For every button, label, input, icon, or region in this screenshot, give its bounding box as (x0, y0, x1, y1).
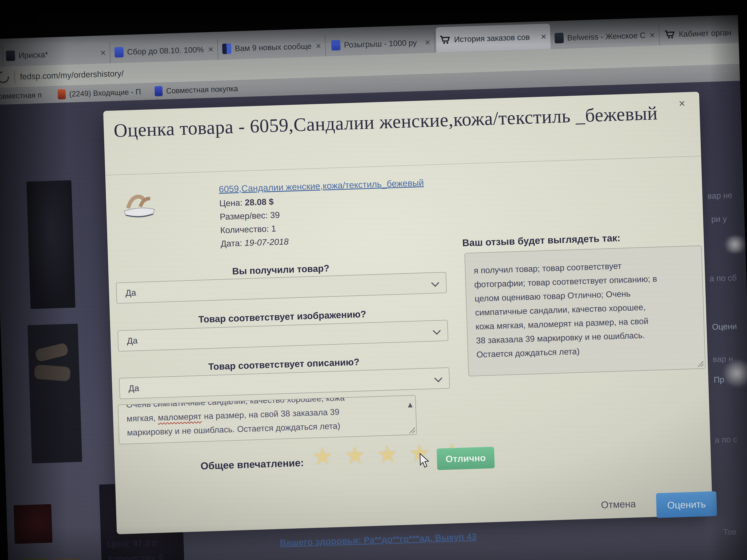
tab-rozygrysh[interactable]: Розыгрыш - 1000 ру × (328, 31, 435, 56)
tab-label: Розыгрыш - 1000 ру (344, 38, 420, 49)
overall-rating-label: Общее впечатление: (200, 457, 304, 472)
text-segment: мягкая, (126, 413, 158, 423)
date-value: 19-07-2018 (244, 237, 289, 248)
select-value: Да (125, 288, 136, 298)
close-icon[interactable]: × (99, 48, 107, 57)
document-icon (114, 47, 124, 58)
star-icon[interactable]: ★ (344, 441, 368, 469)
sandal-shape (34, 342, 69, 362)
thumbnail-photo (14, 504, 52, 544)
bg-text-fragment: Тов (723, 527, 737, 537)
rate-product-modal: × Оценка товара - 6059,Сандалии женские,… (103, 92, 713, 534)
document-icon (222, 43, 231, 54)
tab-label: Сбор до 08.10. 100% (127, 45, 203, 56)
close-icon[interactable]: × (648, 30, 656, 40)
misspelled-word: маломерят (158, 411, 202, 422)
preview-heading: Ваш отзыв будет выглядеть так: (462, 232, 620, 248)
screen: × Ириска* × Сбор до 08.10. 100% × Вам 9 … (0, 15, 747, 560)
document-icon (555, 33, 564, 44)
photo-frame: × Ириска* × Сбор до 08.10. 100% × Вам 9 … (0, 0, 747, 560)
bg-text-fragment: Оцени (712, 321, 737, 332)
bookmark-label: Совместная покупка (166, 84, 238, 95)
tab-label: Ириска* (19, 49, 96, 60)
bg-qty-value: 6 (159, 552, 164, 560)
price-value: 28.08 $ (245, 197, 274, 207)
mouse-cursor (419, 453, 431, 469)
date-label: Дата: (221, 238, 242, 248)
submit-button[interactable]: Оценить (656, 491, 717, 518)
text-segment: на размер, на свой 38 заказала 39 (202, 407, 340, 421)
reload-icon[interactable] (0, 69, 11, 86)
size-label: Размер/вес: (220, 211, 268, 222)
bookmark-pokupka[interactable]: Совместная покупка (154, 80, 238, 100)
review-preview-box: я получил товар; товар соответствует фот… (464, 245, 706, 376)
bg-text-fragment: ри у (711, 214, 727, 224)
select-value: Да (127, 336, 138, 346)
quantity-label: Количество: (220, 224, 269, 235)
tab-label: Belweiss - Женское С (567, 31, 645, 42)
resize-handle[interactable] (697, 360, 703, 367)
close-icon[interactable]: × (678, 97, 686, 110)
document-icon (6, 50, 15, 61)
close-icon[interactable]: × (540, 32, 547, 41)
bg-price: Цена: 47.3 р (107, 538, 157, 549)
bg-text-fragment: вар не (707, 190, 732, 201)
bookmark-inbox[interactable]: (2249) Входящие - П (57, 83, 141, 103)
bg-text-fragment: а по сб (710, 273, 737, 284)
chevron-down-icon (431, 279, 439, 287)
star-icon[interactable]: ★ (376, 440, 400, 468)
close-icon[interactable]: × (207, 44, 215, 54)
divider (105, 156, 701, 176)
tab-belweiss[interactable]: Belweiss - Женское С × (551, 24, 660, 49)
product-date: Дата: 19-07-2018 (221, 237, 289, 248)
select-value: Да (128, 383, 139, 393)
size-value: 39 (270, 210, 280, 220)
bookmark-label: (2249) Входящие - П (69, 87, 141, 98)
product-size: Размер/вес: 39 (220, 210, 280, 222)
tab-iriska[interactable]: Ириска* × (2, 42, 111, 66)
site-icon (154, 86, 163, 96)
document-icon (331, 40, 341, 51)
shopping-cart-icon (439, 34, 451, 45)
cancel-button[interactable]: Отмена (601, 498, 636, 510)
tab-label: Вам 9 новых сообще (235, 42, 311, 53)
chevron-down-icon (434, 374, 442, 382)
tab-sbor[interactable]: Сбор до 08.10. 100% × (111, 38, 218, 63)
mail-icon (58, 89, 66, 100)
divider (14, 70, 15, 83)
bg-price-label: Цена: (107, 538, 131, 549)
chevron-down-icon (433, 327, 441, 335)
product-thumbnail (120, 190, 159, 222)
tab-messages[interactable]: Вам 9 новых сообще × (219, 35, 326, 60)
product-photo (27, 324, 82, 463)
shopping-cart-icon (664, 29, 675, 40)
tab-orders-history-active[interactable]: История заказов сов × (436, 24, 551, 52)
bookmark-label: совместная п (0, 91, 42, 101)
scroll-up-icon[interactable]: ▲ (408, 397, 413, 411)
product-photo (26, 180, 75, 309)
rating-value-badge: Отлично (437, 447, 495, 470)
product-quantity: Количество: 1 (220, 223, 276, 235)
url-input[interactable]: fedsp.com/my/ordershistory/ (20, 69, 124, 81)
quantity-value: 1 (271, 224, 276, 233)
tab-label: Кабинет орган (679, 28, 736, 38)
bg-price-value: 47.3 р (133, 538, 157, 548)
close-icon[interactable]: × (423, 37, 432, 47)
bookmark-sovmestnaya[interactable]: совместная п (0, 86, 42, 105)
bg-qty-label: Количество: (108, 553, 157, 560)
bg-text-fragment: а по с (715, 434, 737, 445)
product-link[interactable]: 6059,Сандалии женские,кожа/текстиль_беже… (219, 178, 424, 194)
tab-label: История заказов сов (454, 32, 536, 44)
review-textarea[interactable]: Очень симпатичные сандалии, качество хор… (118, 395, 417, 445)
star-icon[interactable]: ★ (312, 442, 335, 470)
price-label: Цена: (219, 198, 242, 208)
tab-kabinet[interactable]: Кабинет орган (661, 22, 739, 46)
close-icon[interactable]: × (314, 41, 322, 50)
resize-handle[interactable] (408, 426, 415, 433)
product-price: Цена: 28.08 $ (219, 197, 274, 208)
sandal-shape (34, 365, 71, 381)
